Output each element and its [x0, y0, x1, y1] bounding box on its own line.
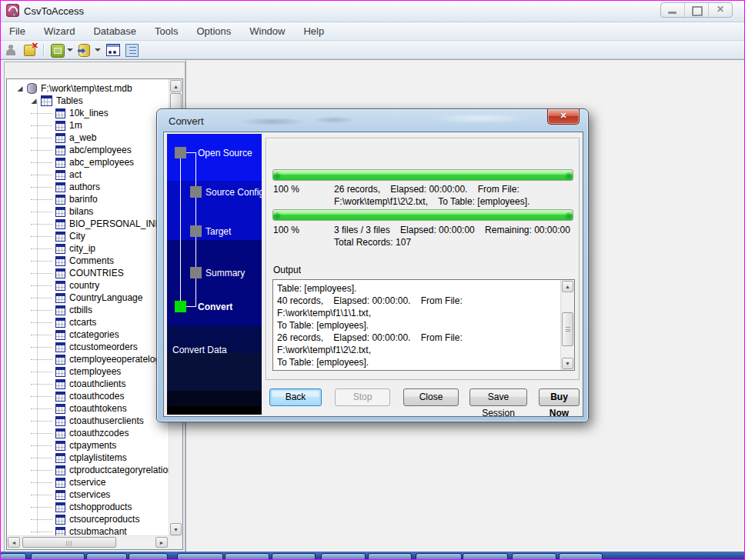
output-log[interactable]: Table: [employees].40 records, Elapsed: … [272, 279, 575, 371]
menu-item[interactable]: Help [294, 25, 333, 37]
table-name: ctoauthclients [69, 378, 125, 390]
tree-table-item[interactable]: a_web [7, 132, 169, 144]
menu-item[interactable]: Database [84, 25, 145, 37]
table-name: ctbills [69, 304, 92, 316]
wizard-dropdown-icon[interactable] [67, 48, 73, 52]
taskbar-button[interactable] [512, 553, 556, 560]
export-dropdown-icon[interactable] [95, 48, 101, 52]
scroll-right-button[interactable]: ► [155, 537, 168, 548]
tree-table-item[interactable]: ctbills [7, 304, 169, 316]
tree-table-item[interactable]: ctoauthcodes [7, 390, 169, 402]
tree-table-item[interactable]: ctshopproducts [7, 501, 169, 513]
find-button[interactable] [105, 42, 122, 58]
taskbar-button[interactable] [463, 553, 508, 560]
tree-table-item[interactable]: abc/employees [7, 144, 169, 156]
output-log-line: To Table: [employees]. [277, 356, 559, 368]
tree-table-item[interactable]: barinfo [7, 193, 169, 205]
buy-now-button[interactable]: Buy Now [539, 388, 580, 406]
scroll-down-button[interactable]: ▼ [562, 358, 573, 369]
tree-table-item[interactable]: ctoauthzcodes [7, 427, 169, 439]
tree-table-item[interactable]: ctoauthuserclients [7, 415, 169, 427]
tree-table-item[interactable]: city_ip [7, 242, 169, 255]
menu-item[interactable]: Window [240, 25, 294, 37]
close-dialog-button[interactable]: Close [403, 388, 459, 406]
list-view-button[interactable] [124, 42, 141, 58]
expanded-arrow-icon[interactable]: ◢ [15, 82, 25, 95]
taskbar-button[interactable] [559, 553, 603, 560]
step-marker-convert-current [175, 301, 186, 312]
tree-table-item[interactable]: ctemployees [7, 365, 169, 378]
scroll-up-button[interactable]: ▲ [170, 80, 182, 92]
tree-table-item[interactable]: COUNTRIES [7, 267, 169, 279]
output-scrollbar[interactable]: ▲ ☰ ▼ [560, 280, 574, 370]
tree-table-item[interactable]: ctemployeeoperatelogs [7, 353, 169, 365]
taskbar-button[interactable] [0, 553, 26, 560]
open-database-icon [24, 45, 35, 56]
minimize-button[interactable] [661, 3, 685, 17]
expanded-arrow-icon[interactable]: ◢ [29, 95, 38, 107]
table-name: 1m [69, 119, 82, 132]
table-icon [55, 219, 65, 229]
scroll-left-button[interactable]: ◄ [8, 537, 20, 548]
table-name: abc_employees [69, 156, 134, 168]
tree-table-item[interactable]: ctservice [7, 476, 169, 488]
taskbar-button[interactable] [129, 553, 168, 560]
tree-table-item[interactable]: 1m [7, 119, 169, 132]
tree-table-item[interactable]: Comments [7, 255, 169, 267]
taskbar-button[interactable] [321, 553, 366, 560]
tree-table-item[interactable]: ctoauthtokens [7, 402, 169, 415]
tree-table-item[interactable]: ctplaylistitems [7, 452, 169, 464]
save-session-button[interactable]: Save Session [469, 388, 527, 406]
tree-table-item[interactable]: abc_employees [7, 156, 169, 168]
back-button[interactable]: Back [269, 388, 322, 406]
table-icon [55, 170, 65, 180]
tree-table-item[interactable]: ctoauthclients [7, 378, 169, 390]
menu-item[interactable]: Options [187, 25, 240, 37]
tables-folder-icon [41, 95, 52, 106]
tree-table-item[interactable]: ctpayments [7, 439, 169, 452]
taskbar-button[interactable] [272, 553, 316, 560]
app-titlebar: CsvToAccess ✕ [0, 0, 745, 22]
dialog-titlebar [157, 109, 588, 132]
stop-button[interactable]: Stop [335, 388, 390, 406]
tree-branch-line [31, 180, 52, 188]
scrollbar-thumb[interactable]: ||| [22, 537, 116, 548]
tree-tables-node[interactable]: ◢ Tables [7, 95, 169, 107]
menu-item[interactable]: Wizard [35, 25, 84, 37]
tree-table-item[interactable]: act [7, 168, 169, 181]
tree-table-item[interactable]: ctsourceproducts [7, 513, 169, 525]
tree-table-item[interactable]: ctcategories [7, 328, 169, 341]
tree-table-item[interactable]: BIO_PERSONAL_INFO [7, 218, 169, 230]
scrollbar-thumb[interactable]: ☰ [562, 312, 573, 346]
scroll-down-button[interactable]: ▼ [170, 523, 182, 535]
tree-table-item[interactable]: ctcarts [7, 316, 169, 328]
taskbar-button[interactable] [86, 553, 127, 560]
taskbar-button[interactable] [416, 553, 462, 560]
tree-table-item[interactable]: ctcustomeorders [7, 341, 169, 353]
dialog-close-button[interactable]: ✕ [547, 109, 580, 125]
taskbar-button[interactable] [368, 553, 412, 560]
maximize-button[interactable] [685, 3, 709, 17]
tree-table-item[interactable]: 10k_lines [7, 107, 169, 119]
taskbar-button[interactable] [225, 553, 269, 560]
tree-horizontal-scrollbar[interactable]: ◄ ||| ► [7, 535, 182, 549]
wizard-button[interactable] [49, 42, 66, 58]
tree-table-item[interactable]: bilans [7, 205, 169, 218]
close-button[interactable]: ✕ [709, 3, 732, 17]
taskbar-button[interactable] [177, 553, 223, 560]
open-database-button[interactable] [22, 42, 38, 58]
user-button[interactable] [2, 42, 19, 58]
tree-table-item[interactable]: ctservices [7, 488, 169, 501]
tree-table-item[interactable]: country [7, 279, 169, 292]
export-button[interactable] [77, 42, 94, 58]
tree-table-item[interactable]: CountryLanguage [7, 292, 169, 304]
scroll-up-button[interactable]: ▲ [562, 281, 573, 292]
tree-table-item[interactable]: City [7, 230, 169, 242]
taskbar-button[interactable] [31, 553, 85, 560]
menu-item[interactable]: Tools [145, 25, 187, 37]
menu-item[interactable]: File [0, 25, 35, 37]
tree-root-node[interactable]: ◢ F:\work\temp\test.mdb [7, 82, 169, 95]
tree-branch-line [31, 414, 52, 422]
tree-table-item[interactable]: ctproductcategoryrelations [7, 464, 169, 476]
tree-table-item[interactable]: authors [7, 181, 169, 193]
